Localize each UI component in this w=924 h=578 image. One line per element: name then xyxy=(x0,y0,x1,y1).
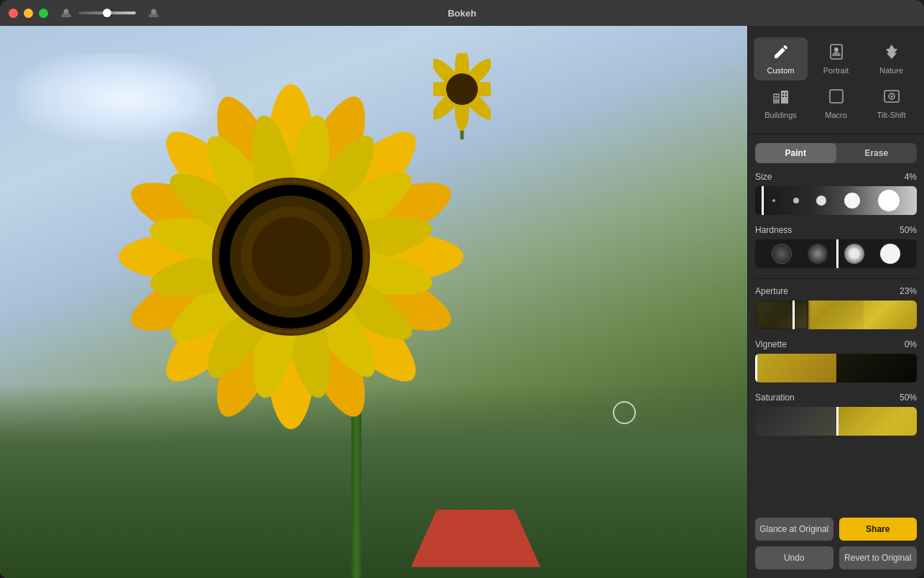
saturation-slider-group: Saturation 50% xyxy=(755,393,917,436)
undo-button[interactable]: Undo xyxy=(755,546,833,569)
sliders-section: Size 4% Hardness xyxy=(748,169,924,509)
saturation-label: Saturation xyxy=(755,393,795,403)
portrait-label: Portrait xyxy=(823,66,849,75)
paint-erase-bar: Paint Erase xyxy=(755,143,917,163)
separator-1 xyxy=(748,134,924,134)
revert-button[interactable]: Revert to Original xyxy=(839,546,918,569)
minimize-button[interactable] xyxy=(24,9,33,18)
vignette-label: Vignette xyxy=(755,339,787,349)
macro-icon xyxy=(828,88,845,108)
hardness-label: Hardness xyxy=(755,225,792,235)
traffic-lights xyxy=(9,9,48,18)
svg-rect-57 xyxy=(777,98,778,99)
svg-point-39 xyxy=(251,217,331,296)
size-dot-1 xyxy=(772,199,775,202)
vignette-thumb[interactable] xyxy=(755,354,757,382)
tilt-shift-label: Tilt-Shift xyxy=(877,111,906,119)
bottom-buttons: Glance at Original Share Undo Revert to … xyxy=(748,509,924,578)
erase-button[interactable]: Erase xyxy=(836,143,918,163)
svg-rect-54 xyxy=(775,95,776,96)
mode-portrait[interactable]: Portrait xyxy=(809,37,863,81)
vignette-header: Vignette 0% xyxy=(755,339,917,349)
hard-circle-2 xyxy=(808,244,828,264)
brightness-slider[interactable] xyxy=(78,12,136,14)
hard-circle-1 xyxy=(772,244,792,264)
share-button[interactable]: Share xyxy=(839,518,918,541)
photo-canvas xyxy=(0,26,747,578)
hardness-slider-group: Hardness 50% xyxy=(755,225,917,268)
aperture-slider-group: Aperture 23% xyxy=(755,286,917,329)
right-panel: Custom Portrait xyxy=(747,26,924,578)
sat-left xyxy=(755,407,836,436)
size-label: Size xyxy=(755,172,772,182)
svg-point-65 xyxy=(890,96,892,98)
hardness-thumb[interactable] xyxy=(836,239,838,268)
paint-button[interactable]: Paint xyxy=(755,143,836,163)
nature-label: Nature xyxy=(879,66,903,75)
mode-grid: Custom Portrait xyxy=(748,26,924,131)
hardness-header: Hardness 50% xyxy=(755,225,917,235)
maximize-button[interactable] xyxy=(39,9,48,18)
svg-rect-62 xyxy=(830,90,843,103)
svg-point-51 xyxy=(834,47,838,52)
aperture-label: Aperture xyxy=(755,286,788,296)
size-thumb[interactable] xyxy=(762,186,764,215)
aperture-mid xyxy=(808,301,864,329)
vignette-track-inner xyxy=(755,354,917,382)
vignette-slider-group: Vignette 0% xyxy=(755,339,917,382)
size-track-inner xyxy=(755,186,917,215)
aperture-blur-left xyxy=(755,301,808,329)
svg-point-49 xyxy=(446,73,478,105)
svg-rect-58 xyxy=(782,93,784,94)
vig-right xyxy=(836,354,918,382)
svg-rect-59 xyxy=(785,93,787,94)
buildings-icon xyxy=(772,88,790,108)
aperture-track[interactable] xyxy=(755,301,917,329)
close-button[interactable] xyxy=(9,9,18,18)
custom-icon xyxy=(772,43,790,63)
portrait-icon xyxy=(828,43,845,63)
aperture-thumb[interactable] xyxy=(793,301,795,329)
mode-macro[interactable]: Macro xyxy=(809,82,863,125)
saturation-thumb[interactable] xyxy=(836,407,838,436)
size-dot-2 xyxy=(793,198,799,203)
bottom-row-2: Undo Revert to Original xyxy=(755,546,917,569)
main-container: Custom Portrait xyxy=(0,26,924,578)
user-icon-right xyxy=(147,6,160,19)
aperture-track-inner xyxy=(755,301,917,329)
size-slider-group: Size 4% xyxy=(755,172,917,215)
vig-left xyxy=(755,354,836,382)
custom-label: Custom xyxy=(767,66,795,75)
brush-cursor xyxy=(613,401,636,424)
mode-custom[interactable]: Custom xyxy=(754,37,808,81)
buildings-label: Buildings xyxy=(764,111,797,119)
bottom-row-1: Glance at Original Share xyxy=(755,518,917,541)
svg-rect-61 xyxy=(785,96,787,97)
aperture-right xyxy=(864,301,917,329)
size-value: 4% xyxy=(905,172,917,182)
titlebar: Bokeh xyxy=(0,0,924,26)
window-title: Bokeh xyxy=(448,8,476,19)
saturation-track[interactable] xyxy=(755,407,917,436)
separator-2 xyxy=(755,278,917,279)
saturation-value: 50% xyxy=(900,393,917,403)
vignette-track[interactable] xyxy=(755,354,917,382)
mode-nature[interactable]: Nature xyxy=(864,37,918,81)
macro-label: Macro xyxy=(825,111,847,119)
size-header: Size 4% xyxy=(755,172,917,182)
small-bud xyxy=(433,53,491,139)
svg-rect-56 xyxy=(775,98,776,99)
mode-buildings[interactable]: Buildings xyxy=(754,82,808,125)
svg-rect-52 xyxy=(773,93,780,104)
mode-tilt-shift[interactable]: Tilt-Shift xyxy=(864,82,918,125)
glance-button[interactable]: Glance at Original xyxy=(755,518,833,541)
aperture-header: Aperture 23% xyxy=(755,286,917,296)
hard-circle-3 xyxy=(844,244,864,264)
saturation-header: Saturation 50% xyxy=(755,393,917,403)
hard-circle-4 xyxy=(880,244,900,264)
tilt-shift-icon xyxy=(883,88,900,108)
size-dot-5 xyxy=(878,190,900,211)
size-track[interactable] xyxy=(755,186,917,215)
sat-right xyxy=(836,407,918,436)
hardness-track[interactable] xyxy=(755,239,917,268)
